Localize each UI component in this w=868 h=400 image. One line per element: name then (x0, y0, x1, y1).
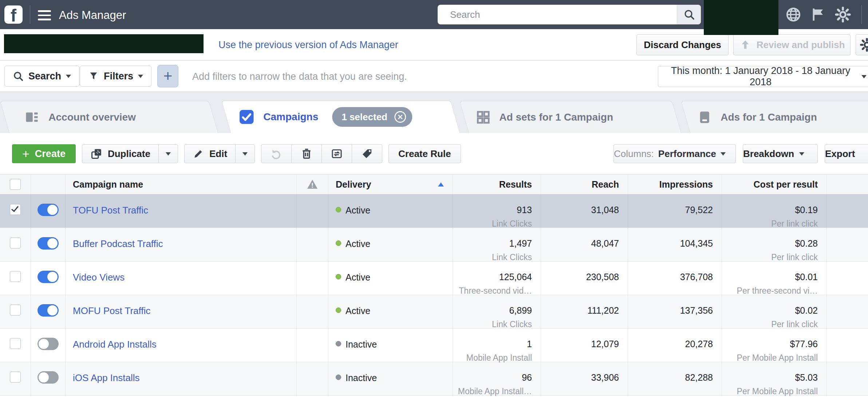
filter-bar: Search Filters + Add filters to narrow t… (0, 61, 868, 92)
abtest-button[interactable] (321, 145, 352, 163)
row-checkbox[interactable] (10, 305, 21, 315)
campaigns-panel: + Create Duplicate Edit (0, 133, 868, 400)
globe-icon[interactable] (785, 6, 802, 23)
edit-dropdown-button[interactable] (235, 145, 255, 163)
extra-column-header (827, 174, 868, 194)
issues-cell (297, 362, 328, 396)
row-checkbox[interactable] (10, 372, 21, 383)
reach-cell: 48,047 (541, 228, 628, 262)
campaign-status-toggle[interactable] (38, 237, 59, 250)
row-toggle-cell (31, 329, 66, 363)
checkmark-icon (11, 204, 19, 212)
search-submit-button[interactable] (677, 5, 701, 24)
menu-icon[interactable] (38, 10, 51, 20)
chevron-down-icon (242, 152, 248, 158)
campaign-name-link[interactable]: Video Views (73, 272, 125, 283)
gear-icon[interactable] (835, 6, 851, 23)
campaign-status-toggle[interactable] (38, 304, 59, 317)
filters-dropdown-button[interactable]: Filters (80, 66, 151, 87)
review-and-publish-button[interactable]: Review and publish (733, 34, 851, 55)
delete-button[interactable] (291, 145, 321, 163)
issues-cell (297, 295, 328, 329)
toggle-knob (39, 372, 49, 383)
delete-icon (300, 148, 313, 160)
results-header[interactable]: Results (453, 174, 541, 194)
close-circle-icon[interactable] (393, 110, 407, 124)
campaign-name-link[interactable]: Buffer Podcast Traffic (73, 238, 163, 249)
results-value: 913 (453, 205, 532, 215)
date-range-button[interactable]: This month: 1 January 2018 - 18 January … (658, 66, 868, 87)
table-header-row: Campaign name Delivery Results Reach Imp… (0, 174, 868, 195)
campaigns-toolbar: + Create Duplicate Edit (0, 133, 868, 174)
campaigns-checkbox-icon[interactable] (238, 109, 255, 125)
cost-per-result-cell: $5.03 Per Mobile App Install (722, 362, 827, 396)
tag-button[interactable] (352, 145, 382, 163)
search-dropdown-button[interactable]: Search (4, 66, 79, 87)
create-button[interactable]: + Create (12, 144, 76, 163)
duplicate-button[interactable]: Duplicate (82, 145, 158, 163)
table-row: Android App Installs Inactive 1 Mobile A… (0, 329, 868, 362)
undo-icon (270, 148, 283, 160)
row-checkbox[interactable] (10, 271, 21, 282)
tab-campaigns[interactable]: Campaigns 1 selected (221, 101, 460, 133)
campaign-status-toggle[interactable] (38, 371, 59, 384)
campaign-name-link[interactable]: MOFU Post Traffic (73, 305, 150, 316)
campaign-status-toggle[interactable] (38, 338, 59, 350)
add-filter-button[interactable]: + (157, 65, 178, 87)
flag-icon[interactable] (810, 6, 826, 23)
table-row: Video Views Active 125,064 Three-second … (0, 262, 868, 295)
cost-per-result-header[interactable]: Cost per result (722, 174, 827, 194)
nav-icon-group (785, 0, 851, 29)
campaign-status-toggle[interactable] (38, 271, 59, 283)
tab-ads[interactable]: Ads for 1 Campaign (681, 101, 868, 133)
cost-type-label: Per link click (722, 252, 818, 262)
date-range-label: This month: 1 January 2018 - 18 January … (668, 65, 853, 88)
search-input[interactable] (438, 5, 677, 24)
settings-gear-button[interactable] (856, 34, 868, 55)
impressions-cell: 137,356 (628, 295, 722, 329)
cost-per-result-cell: $0.02 Per link click (722, 295, 827, 329)
status-dot (336, 240, 341, 246)
campaign-name-link[interactable]: TOFU Post Traffic (73, 205, 148, 216)
row-checkbox[interactable] (10, 338, 21, 349)
cost-value: $0.28 (722, 238, 818, 249)
table-row: iOS App Installs Inactive 96 Mobile App … (0, 362, 868, 396)
tab-ad-sets[interactable]: Ad sets for 1 Campaign (459, 101, 681, 133)
edit-button[interactable]: Edit (185, 145, 235, 163)
duplicate-icon (90, 148, 103, 160)
campaign-name-cell: MOFU Post Traffic (66, 295, 297, 329)
redacted-account-title (4, 34, 204, 53)
row-checkbox[interactable] (10, 204, 21, 215)
cost-per-result-cell: $77.96 Per Mobile App Install (722, 329, 827, 363)
impressions-header[interactable]: Impressions (628, 174, 722, 194)
chevron-down-icon (138, 75, 143, 81)
results-cell: 1 Mobile App Install (453, 329, 541, 363)
previous-version-link[interactable]: Use the previous version of Ads Manager (218, 39, 398, 51)
duplicate-dropdown-button[interactable] (158, 145, 178, 163)
delivery-status-label: Inactive (346, 339, 377, 350)
row-checkbox[interactable] (10, 238, 21, 248)
select-all-checkbox[interactable] (10, 179, 21, 190)
campaign-name-header[interactable]: Campaign name (66, 174, 297, 194)
create-rule-button[interactable]: Create Rule (388, 144, 461, 163)
tab-account-overview[interactable]: Account overview (0, 101, 218, 133)
cost-per-result-cell: $0.28 Per link click (722, 228, 827, 262)
campaign-name-link[interactable]: iOS App Installs (73, 372, 140, 383)
columns-dropdown-button[interactable]: Columns: Performance (613, 144, 736, 163)
results-cell: 125,064 Three-second vid… (453, 262, 541, 296)
campaign-name-link[interactable]: Android App Installs (73, 339, 157, 350)
reach-value: 33,906 (541, 372, 619, 383)
delivery-status-label: Inactive (346, 373, 377, 383)
export-button[interactable]: Export (825, 144, 868, 163)
issues-cell (297, 262, 328, 296)
delivery-header[interactable]: Delivery (328, 174, 453, 194)
impressions-value: 137,356 (628, 305, 713, 316)
reach-cell: 31,048 (541, 195, 628, 229)
cost-type-label: Per Mobile App Install (722, 353, 818, 363)
campaign-status-toggle[interactable] (38, 204, 59, 216)
undo-button[interactable] (261, 145, 291, 163)
breakdown-dropdown-button[interactable]: Breakdown (743, 144, 818, 163)
facebook-logo[interactable]: f (4, 5, 23, 24)
reach-header[interactable]: Reach (541, 174, 628, 194)
discard-changes-button[interactable]: Discard Changes (636, 34, 729, 55)
